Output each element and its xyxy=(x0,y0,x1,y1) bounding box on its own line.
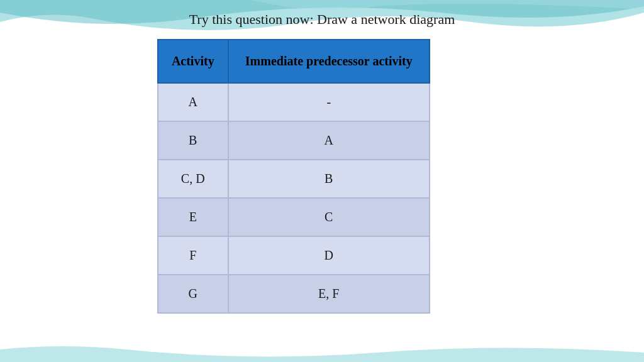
table-row: A- xyxy=(158,83,430,121)
table-row: BA xyxy=(158,121,430,160)
activity-cell: A xyxy=(158,83,228,121)
predecessor-cell: B xyxy=(228,160,430,198)
activity-cell: E xyxy=(158,198,228,236)
activity-cell: C, D xyxy=(158,160,228,198)
table-row: C, DB xyxy=(158,160,430,198)
activity-cell: B xyxy=(158,121,228,160)
predecessor-cell: D xyxy=(228,236,430,275)
predecessor-cell: - xyxy=(228,83,430,121)
activity-table-container: Activity Immediate predecessor activity … xyxy=(157,39,430,314)
predecessor-cell: C xyxy=(228,198,430,236)
activity-cell: G xyxy=(158,275,228,313)
predecessor-cell: A xyxy=(228,121,430,160)
activity-table: Activity Immediate predecessor activity … xyxy=(157,39,430,314)
col-activity-header: Activity xyxy=(158,40,228,83)
page-title: Try this question now: Draw a network di… xyxy=(0,11,644,28)
table-header-row: Activity Immediate predecessor activity xyxy=(158,40,430,83)
table-row: GE, F xyxy=(158,275,430,313)
activity-cell: F xyxy=(158,236,228,275)
col-predecessor-header: Immediate predecessor activity xyxy=(228,40,430,83)
predecessor-cell: E, F xyxy=(228,275,430,313)
table-row: EC xyxy=(158,198,430,236)
wave-bottom-decoration xyxy=(0,343,644,362)
table-row: FD xyxy=(158,236,430,275)
